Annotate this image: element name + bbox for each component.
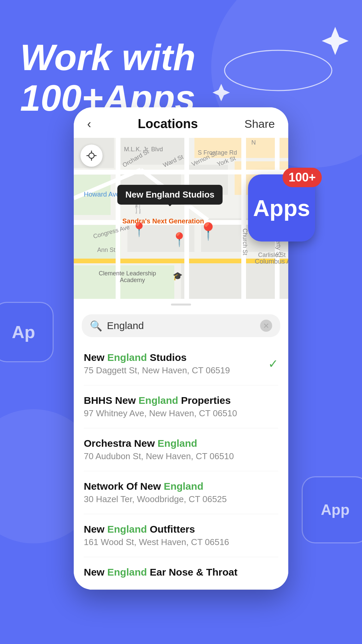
share-button[interactable]: Share xyxy=(244,117,275,130)
right-float-label: App xyxy=(321,501,350,518)
svg-text:N: N xyxy=(251,139,256,146)
result-content-3: Orchestra New England 70 Audubon St, New… xyxy=(84,438,234,462)
phone-header: ‹ Locations Share xyxy=(74,107,288,138)
apps-badge-container: Apps 100+ xyxy=(248,174,315,241)
svg-text:Academy: Academy xyxy=(120,277,145,283)
panel-handle xyxy=(74,299,288,309)
tooltip-text: New England Studios xyxy=(125,190,215,200)
result-content-4: Network Of New England 30 Hazel Ter, Woo… xyxy=(84,481,227,504)
svg-text:S Frontage Rd: S Frontage Rd xyxy=(198,149,237,156)
result-address-2: 97 Whitney Ave, New Haven, CT 06510 xyxy=(84,408,237,419)
apps-badge-count: 100+ xyxy=(283,168,322,187)
result-name-6: New England Ear Nose & Throat xyxy=(84,567,237,578)
result-name-4: Network Of New England xyxy=(84,481,227,492)
result-item-5[interactable]: New England Outfitters 161 Wood St, West… xyxy=(84,514,278,557)
search-area: 🔍 England × xyxy=(74,309,288,342)
result-name-2: BHHS New England Properties xyxy=(84,395,237,406)
svg-rect-14 xyxy=(74,170,288,174)
apps-badge-label: Apps xyxy=(253,195,310,221)
left-float-card: Ap xyxy=(0,302,54,362)
result-address-1: 75 Daggett St, New Haven, CT 06519 xyxy=(84,365,230,376)
apps-badge: Apps 100+ xyxy=(248,174,315,241)
result-content-5: New England Outfitters 161 Wood St, West… xyxy=(84,524,229,547)
svg-rect-19 xyxy=(241,138,246,299)
result-content-2: BHHS New England Properties 97 Whitney A… xyxy=(84,395,237,419)
map-pin-orange-2: 📍 xyxy=(171,232,188,248)
result-content-6: New England Ear Nose & Throat xyxy=(84,567,237,580)
result-item-3[interactable]: Orchestra New England 70 Audubon St, New… xyxy=(84,428,278,471)
left-float-label: Ap xyxy=(12,322,35,342)
map-pin-orange-1: 📍 xyxy=(131,222,147,237)
svg-rect-13 xyxy=(181,262,288,299)
result-item[interactable]: New England Studios 75 Daggett St, New H… xyxy=(84,342,278,385)
svg-text:Church St: Church St xyxy=(242,228,248,255)
handle-bar xyxy=(171,304,191,306)
back-button[interactable]: ‹ xyxy=(87,117,91,131)
search-icon: 🔍 xyxy=(90,320,102,332)
search-input[interactable]: England xyxy=(107,320,255,331)
result-check-1: ✓ xyxy=(268,357,278,371)
map-tooltip: New England Studios xyxy=(117,185,223,205)
result-name-1: New England Studios xyxy=(84,352,230,363)
result-name-3: Orchestra New England xyxy=(84,438,234,449)
search-clear-button[interactable]: × xyxy=(260,320,272,332)
result-name-5: New England Outfitters xyxy=(84,524,229,535)
result-item-4[interactable]: Network Of New England 30 Hazel Ter, Woo… xyxy=(84,471,278,514)
svg-text:Howard Ave: Howard Ave xyxy=(84,191,120,198)
screen-title: Locations xyxy=(138,117,198,131)
svg-text:Clemente Leadership: Clemente Leadership xyxy=(99,270,156,277)
phone-mockup-container: Apps 100+ ‹ Locations Share xyxy=(74,107,288,590)
search-box[interactable]: 🔍 England × xyxy=(82,314,280,337)
svg-text:M.L.K. Jr. Blvd: M.L.K. Jr. Blvd xyxy=(124,146,163,153)
result-content-1: New England Studios 75 Daggett St, New H… xyxy=(84,352,230,376)
result-address-3: 70 Audubon St, New Haven, CT 06510 xyxy=(84,451,234,462)
map-pin-red-selected: 📍 xyxy=(198,222,219,241)
svg-text:Columbus Ave: Columbus Ave xyxy=(255,258,288,265)
result-item-6[interactable]: New England Ear Nose & Throat xyxy=(84,557,278,590)
svg-point-43 xyxy=(89,153,94,158)
result-address-5: 161 Wood St, West Haven, CT 06516 xyxy=(84,537,229,547)
results-list: New England Studios 75 Daggett St, New H… xyxy=(74,342,288,590)
location-button[interactable] xyxy=(80,145,103,167)
main-title: Work with 100+Apps xyxy=(20,37,342,118)
crosshair-icon xyxy=(86,150,97,161)
svg-text:🎓: 🎓 xyxy=(173,271,183,281)
svg-text:Ann St: Ann St xyxy=(97,247,115,253)
result-address-4: 30 Hazel Ter, Woodbridge, CT 06525 xyxy=(84,494,227,504)
result-item-2[interactable]: BHHS New England Properties 97 Whitney A… xyxy=(84,385,278,428)
right-float-card: App xyxy=(302,476,362,543)
